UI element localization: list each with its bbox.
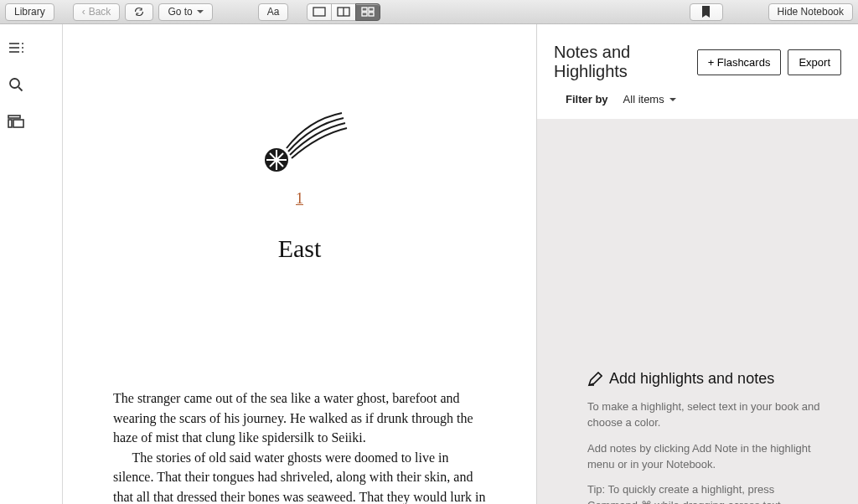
view-double-button[interactable] [331, 3, 356, 21]
refresh-button[interactable] [125, 3, 153, 21]
toc-button[interactable] [8, 39, 24, 56]
bookmark-icon [701, 6, 711, 18]
empty-state: Add highlights and notes To make a highl… [587, 370, 824, 504]
left-rail [0, 24, 32, 504]
comet-icon [250, 108, 350, 175]
view-grid-button[interactable] [355, 3, 380, 21]
paragraph: The stories of old said water ghosts wer… [113, 448, 486, 504]
grid-icon [361, 7, 375, 17]
svg-rect-16 [8, 120, 12, 127]
svg-rect-4 [369, 8, 374, 11]
svg-rect-6 [369, 13, 374, 16]
svg-point-10 [22, 43, 23, 44]
library-button[interactable]: Library [5, 3, 54, 21]
list-icon [8, 41, 24, 54]
empty-text: To make a highlight, select text in your… [587, 399, 824, 431]
toolbar: Library ‹ Back Go to Aa Hide Notebook [0, 0, 858, 24]
empty-heading: Add highlights and notes [587, 370, 824, 388]
svg-line-14 [18, 87, 23, 91]
search-button[interactable] [8, 76, 24, 93]
svg-point-12 [22, 51, 23, 53]
chevron-left-icon: ‹ [82, 6, 85, 18]
svg-rect-5 [362, 13, 367, 16]
view-single-button[interactable] [307, 3, 332, 21]
double-page-icon [337, 7, 350, 17]
bookmark-button[interactable] [690, 3, 723, 21]
pencil-icon [587, 372, 602, 387]
chapter-body: The stranger came out of the sea like a … [113, 388, 486, 504]
refresh-icon [134, 6, 144, 18]
notebook-filter: Filter by All items [537, 93, 858, 119]
search-icon [8, 77, 23, 92]
back-button-label: Back [89, 6, 111, 18]
paragraph: The stranger came out of the sea like a … [113, 388, 486, 448]
chapter-number: 1 [113, 190, 486, 208]
main-content: 1 East The stranger came out of the sea … [0, 24, 858, 504]
svg-rect-0 [313, 8, 325, 16]
goto-dropdown[interactable]: Go to [158, 3, 212, 21]
chapter-ornament [113, 108, 486, 175]
empty-text: Tip: To quickly create a highlight, pres… [587, 482, 824, 504]
svg-point-13 [10, 79, 19, 88]
notebook-panel: Notes and Highlights + Flashcards Export… [536, 24, 858, 504]
filter-label: Filter by [566, 93, 608, 105]
chapter-title: East [113, 234, 486, 263]
back-button[interactable]: ‹ Back [73, 3, 121, 21]
notebook-body: Add highlights and notes To make a highl… [537, 119, 858, 504]
view-mode-segment [307, 3, 380, 21]
reader-pane: 1 East The stranger came out of the sea … [32, 24, 536, 504]
empty-heading-text: Add highlights and notes [609, 370, 774, 388]
single-page-icon [313, 7, 326, 17]
empty-text: Add notes by clicking Add Note in the hi… [587, 441, 824, 473]
filter-dropdown[interactable]: All items [623, 93, 676, 105]
book-page: 1 East The stranger came out of the sea … [62, 24, 536, 504]
notebook-header: Notes and Highlights + Flashcards Export [537, 24, 858, 93]
panels-icon [8, 115, 24, 128]
svg-point-11 [22, 47, 23, 49]
hide-notebook-button[interactable]: Hide Notebook [768, 3, 853, 21]
flashcards-button[interactable]: + Flashcards [697, 49, 782, 75]
svg-rect-17 [13, 120, 23, 127]
svg-rect-3 [362, 8, 367, 11]
text-settings-button[interactable]: Aa [258, 3, 289, 21]
export-button[interactable]: Export [788, 49, 841, 75]
svg-rect-15 [8, 116, 20, 118]
notebook-title: Notes and Highlights [554, 43, 690, 81]
panels-button[interactable] [8, 113, 24, 130]
